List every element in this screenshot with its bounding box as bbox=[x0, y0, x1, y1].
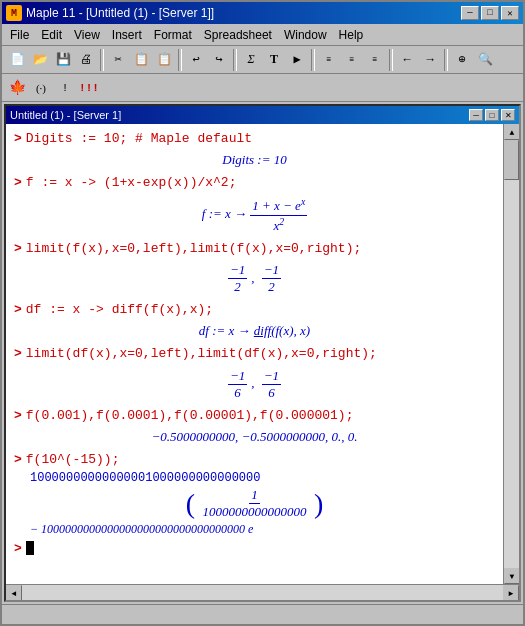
input-line-3: > limit(f(x),x=0,left),limit(f(x),x=0,ri… bbox=[14, 240, 495, 258]
title-bar: M Maple 11 - [Untitled (1) - [Server 1]]… bbox=[2, 2, 523, 24]
triple-factorial-button[interactable]: !!! bbox=[78, 77, 100, 99]
save-button[interactable]: 💾 bbox=[52, 49, 74, 71]
align-right-button[interactable]: ≡ bbox=[364, 49, 386, 71]
menu-file[interactable]: File bbox=[4, 26, 35, 44]
sep-4 bbox=[311, 49, 315, 71]
inner-window-title: Untitled (1) - [Server 1] bbox=[10, 109, 121, 121]
text-cursor bbox=[26, 541, 34, 555]
execute-button[interactable]: ▶ bbox=[286, 49, 308, 71]
content-area: > Digits := 10; # Maple default Digits :… bbox=[6, 124, 519, 584]
cursor-line[interactable]: > bbox=[14, 541, 495, 556]
input-text-5: limit(df(x),x=0,left),limit(df(x),x=0,ri… bbox=[26, 345, 377, 363]
frac-num-2: −1 bbox=[228, 262, 247, 279]
prompt-4: > bbox=[14, 301, 22, 319]
scroll-left-button[interactable]: ◄ bbox=[6, 585, 22, 601]
zoom-button[interactable]: ⊕ bbox=[451, 49, 473, 71]
back-button[interactable]: ← bbox=[396, 49, 418, 71]
frac-den-3: 2 bbox=[266, 279, 277, 295]
output-text-1: Digits := 10 bbox=[222, 152, 286, 167]
toolbar-2: 🍁 (·) ! !!! bbox=[2, 74, 523, 102]
new-button[interactable]: 📄 bbox=[6, 49, 28, 71]
sep-1 bbox=[100, 49, 104, 71]
maple-leaf-button[interactable]: 🍁 bbox=[6, 77, 28, 99]
prompt-7: > bbox=[14, 451, 22, 469]
input-line-4: > df := x -> diff(f(x),x); bbox=[14, 301, 495, 319]
inner-maximize-button[interactable]: □ bbox=[485, 109, 499, 121]
search-button[interactable]: 🔍 bbox=[474, 49, 496, 71]
open-button[interactable]: 📂 bbox=[29, 49, 51, 71]
frac-den-2: 2 bbox=[232, 279, 243, 295]
output-2: f := x → 1 + x − ex x2 bbox=[14, 196, 495, 234]
title-buttons: ─ □ ✕ bbox=[461, 6, 519, 20]
scroll-thumb-v[interactable] bbox=[504, 140, 519, 180]
output-3: −1 2 , −1 2 bbox=[14, 262, 495, 295]
paren-button[interactable]: (·) bbox=[30, 77, 52, 99]
input-text-4: df := x -> diff(f(x),x); bbox=[26, 301, 213, 319]
copy-button[interactable]: 📋 bbox=[130, 49, 152, 71]
close-button[interactable]: ✕ bbox=[501, 6, 519, 20]
minimize-button[interactable]: ─ bbox=[461, 6, 479, 20]
output-4: df := x → diff(f(x), x) bbox=[14, 323, 495, 339]
forward-button[interactable]: → bbox=[419, 49, 441, 71]
maximize-button[interactable]: □ bbox=[481, 6, 499, 20]
undo-button[interactable]: ↩ bbox=[185, 49, 207, 71]
sep-2 bbox=[178, 49, 182, 71]
paste-button[interactable]: 📋 bbox=[153, 49, 175, 71]
menu-spreadsheet[interactable]: Spreadsheet bbox=[198, 26, 278, 44]
align-left-button[interactable]: ≡ bbox=[318, 49, 340, 71]
frac-den-5: 6 bbox=[266, 385, 277, 401]
title-bar-left: M Maple 11 - [Untitled (1) - [Server 1]] bbox=[6, 5, 214, 21]
frac-num-4: −1 bbox=[228, 368, 247, 385]
sum-button[interactable]: Σ bbox=[240, 49, 262, 71]
output-5: −1 6 , −1 6 bbox=[14, 368, 495, 401]
frac-den-1: x2 bbox=[271, 216, 286, 234]
menu-view[interactable]: View bbox=[68, 26, 106, 44]
frac-den-4: 6 bbox=[232, 385, 243, 401]
big-paren-expr: ( 1 1000000000000000 ) bbox=[186, 495, 324, 510]
inner-title-buttons: ─ □ ✕ bbox=[469, 109, 515, 121]
print-button[interactable]: 🖨 bbox=[75, 49, 97, 71]
menu-insert[interactable]: Insert bbox=[106, 26, 148, 44]
big-fraction: 1 1000000000000000 bbox=[201, 487, 309, 520]
output-text-3: −1 2 , −1 2 bbox=[228, 270, 281, 285]
scroll-right-button[interactable]: ► bbox=[503, 585, 519, 601]
input-line-2: > f := x -> (1+x-exp(x))/x^2; bbox=[14, 174, 495, 192]
menu-help[interactable]: Help bbox=[333, 26, 370, 44]
input-text-6: f(0.001),f(0.0001),f(0.00001),f(0.000001… bbox=[26, 407, 354, 425]
output-1: Digits := 10 bbox=[14, 152, 495, 168]
big-frac-den: 1000000000000000 bbox=[201, 504, 309, 520]
fraction-2: −1 2 bbox=[228, 262, 247, 295]
cut-button[interactable]: ✂ bbox=[107, 49, 129, 71]
input-text-3: limit(f(x),x=0,left),limit(f(x),x=0,righ… bbox=[26, 240, 361, 258]
prompt-cursor: > bbox=[14, 541, 22, 556]
factorial-button[interactable]: ! bbox=[54, 77, 76, 99]
text-button[interactable]: T bbox=[263, 49, 285, 71]
horizontal-scrollbar[interactable]: ◄ ► bbox=[6, 584, 519, 600]
menu-window[interactable]: Window bbox=[278, 26, 333, 44]
output-7c: − 1000000000000000000000000000000000 e bbox=[30, 522, 495, 537]
align-center-button[interactable]: ≡ bbox=[341, 49, 363, 71]
input-line-5: > limit(df(x),x=0,left),limit(df(x),x=0,… bbox=[14, 345, 495, 363]
scroll-track-h[interactable] bbox=[22, 585, 503, 600]
menu-edit[interactable]: Edit bbox=[35, 26, 68, 44]
prompt-6: > bbox=[14, 407, 22, 425]
vertical-scrollbar[interactable]: ▲ ▼ bbox=[503, 124, 519, 584]
frac-num-3: −1 bbox=[262, 262, 281, 279]
fraction-4: −1 6 bbox=[228, 368, 247, 401]
prompt-3: > bbox=[14, 240, 22, 258]
scroll-track-v[interactable] bbox=[504, 140, 519, 568]
fraction-5: −1 6 bbox=[262, 368, 281, 401]
worksheet[interactable]: > Digits := 10; # Maple default Digits :… bbox=[6, 124, 503, 584]
menu-format[interactable]: Format bbox=[148, 26, 198, 44]
redo-button[interactable]: ↪ bbox=[208, 49, 230, 71]
frac-num-5: −1 bbox=[262, 368, 281, 385]
inner-window: Untitled (1) - [Server 1] ─ □ ✕ > Digits… bbox=[4, 104, 521, 602]
app-icon: M bbox=[6, 5, 22, 21]
status-bar bbox=[2, 604, 523, 624]
output-text-4: df := x → diff(f(x), x) bbox=[199, 323, 310, 338]
inner-close-button[interactable]: ✕ bbox=[501, 109, 515, 121]
inner-minimize-button[interactable]: ─ bbox=[469, 109, 483, 121]
sep-6 bbox=[444, 49, 448, 71]
scroll-down-button[interactable]: ▼ bbox=[504, 568, 519, 584]
scroll-up-button[interactable]: ▲ bbox=[504, 124, 519, 140]
